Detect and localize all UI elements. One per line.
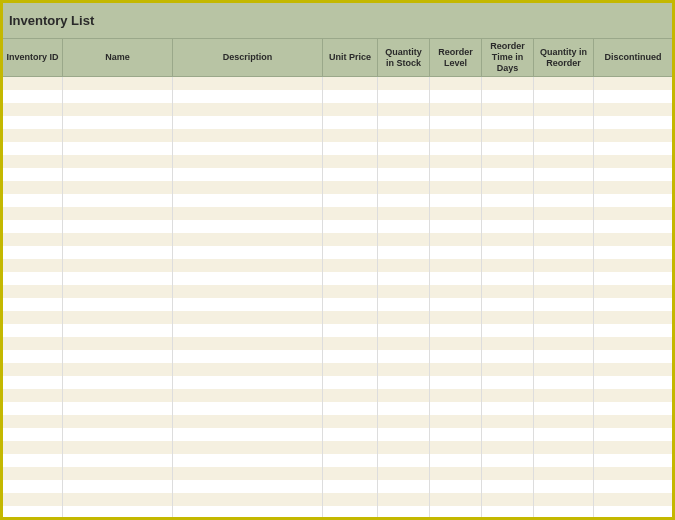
table-cell[interactable] [63, 493, 173, 506]
table-cell[interactable] [63, 116, 173, 129]
table-cell[interactable] [173, 337, 323, 350]
table-cell[interactable] [63, 272, 173, 285]
table-cell[interactable] [594, 103, 672, 116]
table-row[interactable] [3, 467, 672, 480]
table-cell[interactable] [378, 168, 430, 181]
table-cell[interactable] [3, 389, 63, 402]
table-row[interactable] [3, 77, 672, 90]
table-cell[interactable] [430, 402, 482, 415]
table-cell[interactable] [594, 77, 672, 90]
table-cell[interactable] [482, 207, 534, 220]
table-cell[interactable] [3, 402, 63, 415]
table-row[interactable] [3, 103, 672, 116]
table-cell[interactable] [378, 155, 430, 168]
table-cell[interactable] [430, 311, 482, 324]
table-cell[interactable] [63, 441, 173, 454]
table-row[interactable] [3, 415, 672, 428]
table-cell[interactable] [323, 285, 378, 298]
table-cell[interactable] [323, 142, 378, 155]
table-cell[interactable] [323, 90, 378, 103]
table-cell[interactable] [3, 311, 63, 324]
table-cell[interactable] [430, 90, 482, 103]
table-cell[interactable] [323, 181, 378, 194]
table-cell[interactable] [482, 233, 534, 246]
table-cell[interactable] [3, 480, 63, 493]
table-cell[interactable] [430, 181, 482, 194]
table-cell[interactable] [173, 298, 323, 311]
table-cell[interactable] [594, 480, 672, 493]
table-row[interactable] [3, 350, 672, 363]
table-row[interactable] [3, 298, 672, 311]
table-cell[interactable] [594, 428, 672, 441]
table-cell[interactable] [430, 376, 482, 389]
table-cell[interactable] [534, 285, 594, 298]
table-cell[interactable] [378, 207, 430, 220]
table-cell[interactable] [430, 506, 482, 517]
table-cell[interactable] [3, 506, 63, 517]
table-row[interactable] [3, 285, 672, 298]
table-cell[interactable] [3, 207, 63, 220]
table-cell[interactable] [3, 298, 63, 311]
table-row[interactable] [3, 272, 672, 285]
table-cell[interactable] [173, 207, 323, 220]
table-cell[interactable] [534, 350, 594, 363]
table-cell[interactable] [430, 350, 482, 363]
table-cell[interactable] [3, 441, 63, 454]
table-cell[interactable] [534, 155, 594, 168]
table-cell[interactable] [482, 415, 534, 428]
table-cell[interactable] [3, 493, 63, 506]
table-cell[interactable] [534, 207, 594, 220]
table-cell[interactable] [323, 103, 378, 116]
table-cell[interactable] [482, 311, 534, 324]
table-cell[interactable] [378, 181, 430, 194]
table-cell[interactable] [482, 259, 534, 272]
table-cell[interactable] [430, 77, 482, 90]
table-cell[interactable] [173, 246, 323, 259]
table-cell[interactable] [63, 376, 173, 389]
table-cell[interactable] [3, 142, 63, 155]
table-cell[interactable] [534, 298, 594, 311]
table-cell[interactable] [430, 493, 482, 506]
table-cell[interactable] [534, 168, 594, 181]
table-cell[interactable] [594, 337, 672, 350]
table-cell[interactable] [482, 350, 534, 363]
table-cell[interactable] [378, 220, 430, 233]
table-cell[interactable] [378, 285, 430, 298]
table-cell[interactable] [430, 298, 482, 311]
table-cell[interactable] [63, 129, 173, 142]
table-cell[interactable] [3, 103, 63, 116]
table-cell[interactable] [534, 493, 594, 506]
table-cell[interactable] [482, 272, 534, 285]
table-cell[interactable] [323, 441, 378, 454]
table-cell[interactable] [173, 220, 323, 233]
table-cell[interactable] [3, 259, 63, 272]
table-row[interactable] [3, 480, 672, 493]
table-cell[interactable] [63, 324, 173, 337]
table-cell[interactable] [482, 181, 534, 194]
table-cell[interactable] [323, 350, 378, 363]
table-cell[interactable] [534, 376, 594, 389]
table-cell[interactable] [63, 285, 173, 298]
table-cell[interactable] [378, 493, 430, 506]
table-cell[interactable] [63, 402, 173, 415]
table-cell[interactable] [482, 493, 534, 506]
table-row[interactable] [3, 90, 672, 103]
table-cell[interactable] [323, 194, 378, 207]
table-cell[interactable] [3, 220, 63, 233]
table-cell[interactable] [482, 77, 534, 90]
table-cell[interactable] [534, 181, 594, 194]
table-row[interactable] [3, 311, 672, 324]
table-cell[interactable] [482, 428, 534, 441]
table-cell[interactable] [594, 90, 672, 103]
table-cell[interactable] [323, 129, 378, 142]
table-cell[interactable] [534, 441, 594, 454]
table-cell[interactable] [378, 324, 430, 337]
table-cell[interactable] [534, 506, 594, 517]
table-cell[interactable] [63, 389, 173, 402]
table-cell[interactable] [378, 116, 430, 129]
table-cell[interactable] [323, 298, 378, 311]
table-cell[interactable] [534, 480, 594, 493]
table-cell[interactable] [3, 168, 63, 181]
table-row[interactable] [3, 155, 672, 168]
table-cell[interactable] [323, 77, 378, 90]
